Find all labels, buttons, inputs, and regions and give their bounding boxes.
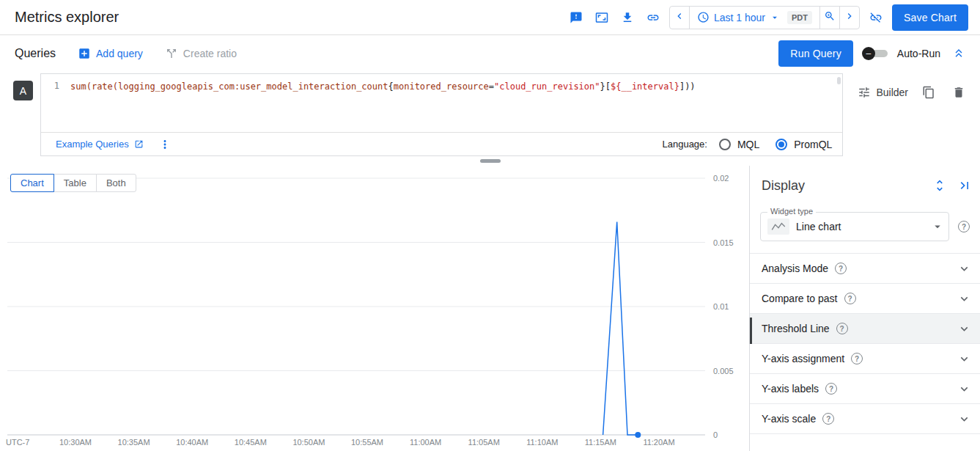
help-icon[interactable]: ? [851,353,863,364]
x-tick-label: 10:50AM [292,438,325,447]
widget-type-select[interactable]: Widget type Line chart [760,212,949,241]
view-tabs: Chart Table Both [10,174,136,192]
editor-scrollbar[interactable] [837,77,841,84]
x-tick-label: 10:30AM [59,438,92,447]
display-panel: Display Widget type Line chart ? Analysi… [749,166,980,451]
create-ratio-button[interactable]: Create ratio [165,47,237,60]
panel-scrollbar-thumb[interactable] [750,318,752,344]
chevron-down-icon [957,262,971,276]
example-queries-link[interactable]: Example Queries [56,139,144,150]
tab-both[interactable]: Both [96,174,136,192]
help-icon[interactable]: ? [836,323,848,334]
y-tick-label: 0.015 [713,238,734,247]
top-toolbar: Last 1 hour PDT Save Chart [567,4,968,31]
collapse-queries-icon[interactable] [949,44,968,63]
queries-title: Queries [15,47,56,60]
feedback-icon[interactable] [567,8,586,27]
time-back-icon[interactable] [670,7,689,26]
widget-type-help-icon[interactable]: ? [958,221,970,232]
chevron-down-icon [957,292,971,306]
help-icon[interactable]: ? [822,413,834,425]
help-icon[interactable]: ? [844,293,856,304]
line-number: 1 [41,81,70,132]
code-editor[interactable]: 1 sum(rate(logging_googleapis_com:user_m… [41,74,842,132]
clock-icon [697,11,710,23]
chevron-down-icon [957,412,971,426]
chart-svg[interactable]: 0.020.0150.010.005010:30AM10:35AM10:40AM… [0,166,749,451]
chevron-down-icon [957,352,971,366]
series-line [603,222,638,436]
radio-unchecked-icon [719,139,731,150]
x-tick-label: 11:00AM [410,438,441,447]
help-icon[interactable]: ? [835,263,847,274]
chevron-down-icon [957,322,971,336]
editor-footer: Example Queries Language: MQL PromQL [41,132,842,155]
section-y-axis-scale[interactable]: Y-axis scale ? [750,404,980,434]
example-queries-label: Example Queries [56,139,129,150]
zoom-in-time-icon[interactable] [820,7,839,26]
chevron-down-icon [770,12,780,23]
run-query-button[interactable]: Run Query [778,40,853,67]
builder-toggle[interactable]: Builder [858,86,908,99]
x-tick-label: 10:40AM [176,438,208,447]
create-ratio-label: Create ratio [183,48,237,59]
help-icon[interactable]: ? [825,383,837,395]
time-range-label: Last 1 hour [714,12,765,23]
timezone-label: UTC-7 [6,438,29,447]
link-off-icon[interactable] [866,8,885,27]
language-promql-radio[interactable]: PromQL [775,139,832,150]
timezone-badge: PDT [787,11,812,24]
open-in-new-icon [134,139,144,149]
tab-chart[interactable]: Chart [10,174,54,192]
time-range-selector[interactable]: Last 1 hour PDT [690,7,819,29]
widget-type-label: Widget type [767,207,816,216]
editor-actions: Builder [858,83,968,102]
copy-icon[interactable] [919,83,938,102]
top-bar: Metrics explorer Last 1 hour PDT Save Ch… [0,0,980,35]
add-query-button[interactable]: Add query [78,47,143,60]
add-query-label: Add query [96,48,143,59]
dropdown-caret-icon [931,220,944,233]
split-divider [0,156,980,166]
y-tick-label: 0.005 [713,367,734,375]
query-letter-chip[interactable]: A [13,81,33,100]
expand-view-icon[interactable] [592,8,611,27]
y-tick-label: 0.02 [713,174,729,183]
page-title: Metrics explorer [15,9,119,26]
x-tick-label: 10:35AM [118,438,150,447]
time-forward-icon[interactable] [840,7,859,26]
x-tick-label: 11:10AM [526,438,558,447]
more-menu-icon[interactable] [155,135,174,154]
queries-bar-right: Run Query – Auto-Run [778,40,968,67]
download-icon[interactable] [618,8,637,27]
section-compare-to-past[interactable]: Compare to past ? [750,284,980,314]
toggle-knob: – [862,47,875,60]
tab-table[interactable]: Table [54,174,97,192]
save-chart-button[interactable]: Save Chart [892,4,968,31]
drag-handle[interactable] [480,159,501,163]
delete-icon[interactable] [949,83,968,102]
x-tick-label: 11:20AM [643,438,674,447]
collapse-panel-icon[interactable] [955,176,974,195]
main-content: 0.020.0150.010.005010:30AM10:35AM10:40AM… [0,166,980,451]
language-label: Language: [662,139,707,150]
section-y-axis-labels[interactable]: Y-axis labels ? [750,374,980,404]
language-mql-radio[interactable]: MQL [719,139,759,150]
section-y-axis-assignment[interactable]: Y-axis assignment ? [750,344,980,374]
x-tick-label: 10:55AM [351,438,383,447]
link-icon[interactable] [644,8,663,27]
section-analysis-mode[interactable]: Analysis Mode ? [750,254,980,284]
y-tick-label: 0 [713,430,718,439]
tune-icon [858,86,871,99]
radio-checked-icon [775,139,787,150]
section-threshold-line[interactable]: Threshold Line ? [750,314,980,344]
code-content: sum(rate(logging_googleapis_com:user_mod… [70,81,696,132]
time-range-group: Last 1 hour PDT [669,6,860,29]
unfold-sections-icon[interactable] [930,176,949,195]
queries-bar: Queries Add query Create ratio Run Query… [0,35,980,72]
chart-area: 0.020.0150.010.005010:30AM10:35AM10:40AM… [0,166,749,451]
x-tick-label: 11:05AM [468,438,500,447]
auto-run-toggle[interactable]: – [862,47,888,60]
series-end-dot [635,432,641,438]
widget-type-row: Widget type Line chart ? [760,212,970,241]
